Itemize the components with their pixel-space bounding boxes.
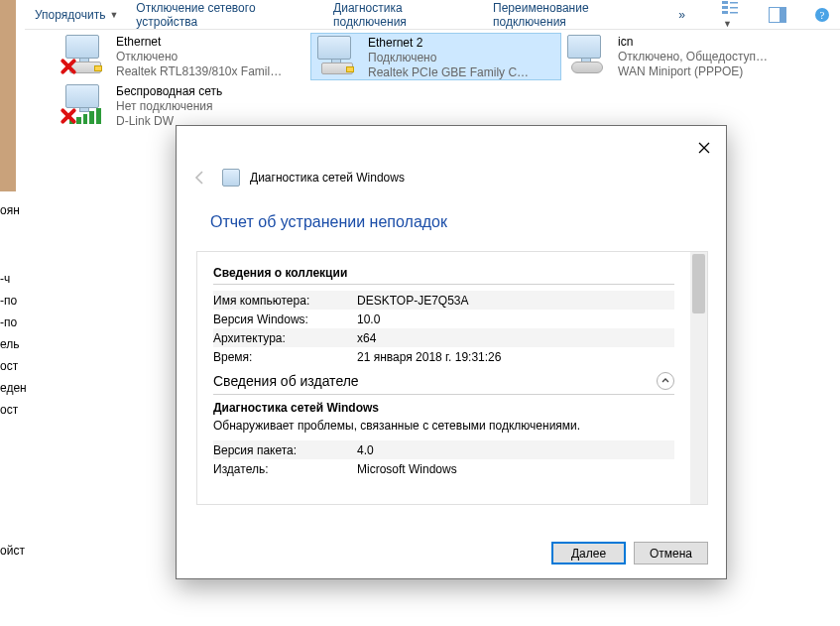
troubleshooter-dialog: Диагностика сетей Windows Отчет об устра… bbox=[176, 125, 727, 579]
adapter-device: Realtek PCIe GBE Family C… bbox=[368, 65, 556, 80]
dialup-icon bbox=[565, 35, 610, 76]
adapter-device: Realtek RTL8139/810x Famil… bbox=[116, 64, 304, 79]
adapter-name: Ethernet 2 bbox=[368, 36, 556, 51]
scrollbar-thumb[interactable] bbox=[692, 254, 705, 313]
ethernet-icon bbox=[63, 35, 108, 76]
adapter-status: Отключено, Общедоступ… bbox=[618, 50, 806, 64]
publisher-description: Обнаруживает проблемы, связанные с сетев… bbox=[213, 419, 674, 433]
svg-rect-2 bbox=[722, 11, 728, 14]
dialog-button-row: Далее Отмена bbox=[551, 542, 708, 564]
sidebar-fragment: оян bbox=[0, 203, 16, 217]
svg-rect-3 bbox=[730, 2, 738, 4]
preview-pane-button[interactable] bbox=[769, 7, 786, 23]
adapter-item[interactable]: Ethernet Отключено Realtek RTL8139/810x … bbox=[60, 33, 310, 80]
kv-row: Время: 21 января 2018 г. 19:31:26 bbox=[213, 347, 674, 366]
dialog-header: Диагностика сетей Windows bbox=[188, 166, 405, 189]
command-bar: Упорядочить ▼ Отключение сетевого устрой… bbox=[25, 0, 840, 30]
next-button[interactable]: Далее bbox=[551, 542, 626, 564]
svg-text:?: ? bbox=[820, 9, 825, 21]
network-adapters-list: Ethernet Отключено Realtek RTL8139/810x … bbox=[60, 33, 835, 132]
disable-device-button[interactable]: Отключение сетевого устройства bbox=[136, 1, 315, 29]
svg-rect-4 bbox=[730, 7, 738, 9]
adapter-name: Ethernet bbox=[116, 35, 304, 50]
adapter-name: icn bbox=[618, 35, 806, 50]
adapter-item-selected[interactable]: Ethernet 2 Подключено Realtek PCIe GBE F… bbox=[310, 33, 561, 80]
ethernet-icon bbox=[315, 36, 360, 77]
kv-row: Издатель: Microsoft Windows bbox=[213, 459, 674, 478]
overflow-button[interactable]: » bbox=[678, 8, 685, 22]
report-content: Сведения о коллекции Имя компьютера: DES… bbox=[197, 252, 690, 504]
adapter-status: Отключено bbox=[116, 50, 304, 64]
back-button[interactable] bbox=[188, 166, 212, 189]
svg-rect-0 bbox=[722, 1, 728, 4]
organize-label: Упорядочить bbox=[35, 8, 105, 22]
rename-button[interactable]: Переименование подключения bbox=[493, 1, 660, 29]
kv-row: Имя компьютера: DESKTOP-JE7Q53A bbox=[213, 291, 674, 310]
wifi-icon bbox=[63, 84, 108, 126]
collection-section-title: Сведения о коллекции bbox=[213, 266, 674, 285]
diagnostics-icon bbox=[222, 169, 240, 187]
svg-rect-1 bbox=[722, 6, 728, 9]
scrollbar[interactable] bbox=[690, 252, 707, 504]
publisher-section-title: Сведения об издателе bbox=[213, 373, 359, 389]
diagnose-button[interactable]: Диагностика подключения bbox=[333, 1, 475, 29]
adapter-device: WAN Miniport (PPPOE) bbox=[618, 64, 806, 79]
collapse-button[interactable] bbox=[657, 372, 674, 390]
publisher-sub-title: Диагностика сетей Windows bbox=[213, 401, 674, 415]
window-root: оян -ч -по -по ель ост еден ост ойст Упо… bbox=[0, 0, 840, 626]
adapter-status: Подключено bbox=[368, 51, 556, 65]
help-button[interactable]: ? bbox=[814, 7, 830, 23]
cancel-button[interactable]: Отмена bbox=[634, 542, 708, 564]
adapter-status: Нет подключения bbox=[116, 99, 304, 114]
close-button[interactable] bbox=[690, 134, 718, 162]
organize-menu[interactable]: Упорядочить ▼ bbox=[35, 8, 118, 22]
view-options-button[interactable]: ▼ bbox=[721, 0, 741, 30]
kv-row: Архитектура: x64 bbox=[213, 328, 674, 347]
publisher-section-header: Сведения об издателе bbox=[213, 372, 674, 395]
dropdown-arrow-icon: ▼ bbox=[723, 19, 732, 29]
adapter-item[interactable]: Беспроводная сеть Нет подключения D-Link… bbox=[60, 82, 310, 130]
desktop-sliver bbox=[0, 0, 16, 191]
report-panel: Сведения о коллекции Имя компьютера: DES… bbox=[196, 251, 708, 505]
dialog-title: Диагностика сетей Windows bbox=[250, 171, 405, 185]
adapter-item[interactable]: icn Отключено, Общедоступ… WAN Miniport … bbox=[561, 33, 812, 80]
svg-rect-5 bbox=[730, 12, 738, 14]
kv-row: Версия пакета: 4.0 bbox=[213, 440, 674, 459]
kv-row: Версия Windows: 10.0 bbox=[213, 310, 674, 328]
dropdown-arrow-icon: ▼ bbox=[109, 10, 118, 20]
sidebar-fragment-list: -ч -по -по ель ост еден ост ойст bbox=[0, 268, 25, 562]
dialog-heading: Отчет об устранении неполадок bbox=[210, 213, 447, 231]
adapter-name: Беспроводная сеть bbox=[116, 84, 304, 99]
svg-rect-7 bbox=[780, 8, 785, 22]
